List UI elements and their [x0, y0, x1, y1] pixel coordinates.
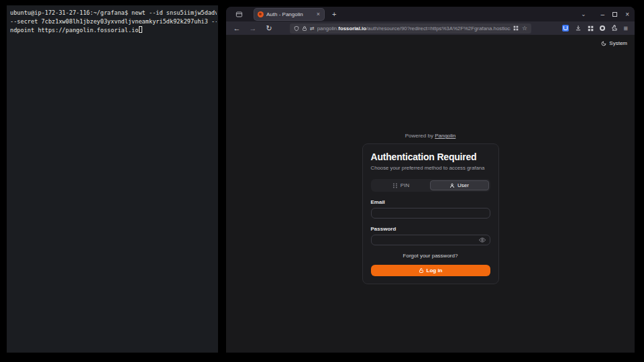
login-button-label: Log in [427, 267, 443, 274]
url-bar[interactable]: ⇄ pangolin.fossorial.io/auth/resource/90… [290, 23, 531, 34]
downloads-icon[interactable] [575, 25, 582, 32]
email-label: Email [371, 199, 490, 205]
forgot-password-link[interactable]: Forgot your password? [371, 253, 490, 259]
tab-pin-label: PIN [400, 182, 409, 188]
show-password-eye-icon[interactable] [479, 237, 486, 243]
theme-toggle[interactable]: System [601, 40, 627, 46]
apps-grid-icon[interactable] [588, 25, 594, 32]
terminal-line: ndpoint https://pangolin.fossorial.io [10, 26, 217, 35]
url-prefix: pangolin. [317, 25, 339, 32]
forward-button[interactable]: → [248, 25, 258, 32]
url-text: pangolin.fossorial.io/auth/resource/90?r… [317, 25, 511, 32]
auth-title: Authentication Required [371, 152, 490, 162]
reload-button[interactable]: ↻ [264, 25, 274, 32]
pangolin-link[interactable]: Pangolin [435, 133, 455, 139]
pin-keypad-icon [392, 183, 398, 188]
terminal-line: ubuntu@ip-172-31-27-116:~/grafana$ newt … [10, 9, 217, 17]
lock-icon[interactable] [302, 25, 307, 32]
permissions-swap-icon[interactable]: ⇄ [310, 25, 315, 32]
password-field[interactable] [371, 235, 490, 245]
containers-grid-icon[interactable] [513, 25, 519, 31]
tab-bar: Auth - Pangolin × + ⌄ – × [226, 7, 635, 21]
theme-toggle-label: System [609, 40, 627, 46]
page-content: System Powered by Pangolin Authenticatio… [226, 35, 635, 353]
shield-icon[interactable] [294, 25, 299, 32]
extension-blue-icon[interactable] [562, 25, 569, 32]
tab-pin[interactable]: PIN [372, 180, 430, 190]
auth-subtitle: Choose your preferred method to access g… [371, 165, 490, 171]
tab-user[interactable]: User [430, 180, 489, 190]
pangolin-favicon [258, 11, 264, 17]
window-maximize-button[interactable] [612, 12, 617, 17]
email-field[interactable] [371, 208, 490, 219]
navigation-toolbar: ← → ↻ ⇄ pangolin.fossorial.io/auth/resou… [226, 21, 635, 35]
new-tab-button[interactable]: + [330, 11, 338, 18]
tab-close-icon[interactable]: × [316, 11, 321, 17]
back-button[interactable]: ← [231, 25, 242, 32]
lock-open-icon [419, 267, 424, 274]
terminal-panel[interactable]: ubuntu@ip-172-31-27-116:~/grafana$ newt … [7, 5, 218, 353]
login-button[interactable]: Log in [371, 265, 490, 276]
window-close-button[interactable]: × [625, 11, 629, 18]
terminal-line: --secret 7cbz1xw08lh1jbzey03yxvndljvneam… [10, 17, 217, 26]
powered-by-text: Powered by [405, 133, 433, 139]
extensions-puzzle-icon[interactable] [611, 25, 618, 32]
url-domain: fossorial.io [338, 25, 366, 32]
firefox-view-icon[interactable] [233, 9, 245, 19]
url-path: /auth/resource/90?redirect=https%3A%2F%2… [366, 25, 511, 32]
window-minimize-button[interactable]: – [601, 11, 605, 18]
list-tabs-icon[interactable]: ⌄ [581, 11, 586, 17]
tab-user-label: User [458, 182, 469, 188]
password-label: Password [371, 226, 490, 232]
browser-window: Auth - Pangolin × + ⌄ – × ← → ↻ [226, 7, 635, 353]
terminal-cursor [139, 26, 142, 33]
extension-ring-icon[interactable] [600, 25, 605, 31]
menu-hamburger-icon[interactable]: ≡ [624, 25, 628, 32]
browser-tab[interactable]: Auth - Pangolin × [254, 9, 324, 20]
auth-card: Authentication Required Choose your pref… [362, 143, 499, 284]
user-icon [449, 183, 455, 188]
moon-icon [601, 41, 606, 46]
terminal-line-text: ndpoint https://pangolin.fossorial.io [10, 27, 138, 34]
tab-title: Auth - Pangolin [266, 11, 313, 17]
method-tabs: PIN User [371, 179, 490, 192]
bookmark-star-icon[interactable]: ☆ [522, 25, 527, 32]
powered-by: Powered by Pangolin [362, 133, 499, 139]
